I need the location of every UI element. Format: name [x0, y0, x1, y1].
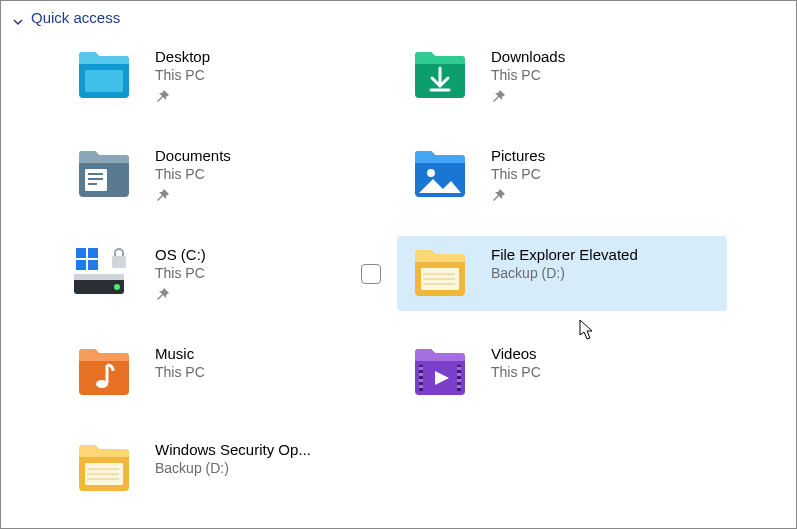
- cursor-icon: [579, 319, 595, 341]
- item-name: Documents: [155, 147, 231, 164]
- chevron-down-icon: [13, 13, 23, 23]
- documents-icon: [71, 145, 137, 201]
- svg-rect-23: [419, 379, 423, 382]
- svg-rect-25: [457, 367, 461, 370]
- item-name: Pictures: [491, 147, 545, 164]
- item-text: Documents This PC: [155, 145, 231, 204]
- item-location: This PC: [155, 364, 205, 380]
- item-name: Videos: [491, 345, 541, 362]
- downloads-icon: [407, 46, 473, 102]
- item-text: Videos This PC: [491, 343, 541, 380]
- item-location: This PC: [155, 265, 206, 281]
- svg-rect-10: [88, 248, 98, 258]
- svg-rect-0: [85, 70, 123, 92]
- quick-access-item[interactable]: Music This PC: [61, 335, 391, 407]
- quick-access-item[interactable]: Pictures This PC: [397, 137, 727, 212]
- pictures-icon: [407, 145, 473, 201]
- section-header[interactable]: Quick access: [1, 1, 796, 32]
- quick-access-item[interactable]: File Explorer Elevated Backup (D:): [397, 236, 727, 311]
- item-name: File Explorer Elevated: [491, 246, 638, 263]
- quick-access-item[interactable]: Windows Security Op... Backup (D:): [61, 431, 391, 503]
- svg-rect-26: [457, 373, 461, 376]
- svg-rect-7: [74, 274, 124, 280]
- item-location: Backup (D:): [491, 265, 638, 281]
- item-text: Desktop This PC: [155, 46, 210, 105]
- item-location: This PC: [491, 166, 545, 182]
- quick-access-item[interactable]: Documents This PC: [61, 137, 391, 212]
- svg-rect-24: [419, 385, 423, 388]
- item-text: Windows Security Op... Backup (D:): [155, 439, 311, 476]
- desktop-icon: [71, 46, 137, 102]
- item-name: Desktop: [155, 48, 210, 65]
- quick-access-grid: Desktop This PC Downloads This PC: [1, 32, 796, 503]
- item-location: This PC: [155, 67, 210, 83]
- os-drive-icon: [71, 244, 137, 300]
- svg-rect-9: [76, 248, 86, 258]
- item-location: Backup (D:): [155, 460, 311, 476]
- folder-icon: [407, 244, 473, 300]
- item-name: Downloads: [491, 48, 565, 65]
- quick-access-item[interactable]: Desktop This PC: [61, 38, 391, 113]
- item-name: OS (C:): [155, 246, 206, 263]
- item-location: This PC: [491, 67, 565, 83]
- item-name: Windows Security Op...: [155, 441, 311, 458]
- selection-checkbox[interactable]: [361, 264, 381, 284]
- svg-point-8: [114, 284, 120, 290]
- quick-access-item[interactable]: Downloads This PC: [397, 38, 727, 113]
- pin-icon: [155, 188, 171, 204]
- quick-access-item[interactable]: Videos This PC: [397, 335, 727, 407]
- pin-icon: [155, 89, 171, 105]
- quick-access-item[interactable]: OS (C:) This PC: [61, 236, 391, 311]
- item-location: This PC: [491, 364, 541, 380]
- item-text: Downloads This PC: [491, 46, 565, 105]
- svg-point-18: [96, 380, 108, 388]
- item-text: Music This PC: [155, 343, 205, 380]
- music-icon: [71, 343, 137, 399]
- pin-icon: [491, 188, 507, 204]
- svg-rect-22: [419, 373, 423, 376]
- svg-rect-11: [76, 260, 86, 270]
- item-text: File Explorer Elevated Backup (D:): [491, 244, 638, 281]
- item-text: Pictures This PC: [491, 145, 545, 204]
- svg-rect-21: [419, 367, 423, 370]
- item-location: This PC: [155, 166, 231, 182]
- item-name: Music: [155, 345, 205, 362]
- svg-point-5: [427, 169, 435, 177]
- section-title: Quick access: [31, 9, 120, 26]
- svg-rect-13: [112, 256, 126, 268]
- svg-rect-28: [457, 385, 461, 388]
- folder-icon: [71, 439, 137, 495]
- svg-rect-27: [457, 379, 461, 382]
- svg-rect-12: [88, 260, 98, 270]
- videos-icon: [407, 343, 473, 399]
- item-text: OS (C:) This PC: [155, 244, 206, 303]
- pin-icon: [491, 89, 507, 105]
- pin-icon: [155, 287, 171, 303]
